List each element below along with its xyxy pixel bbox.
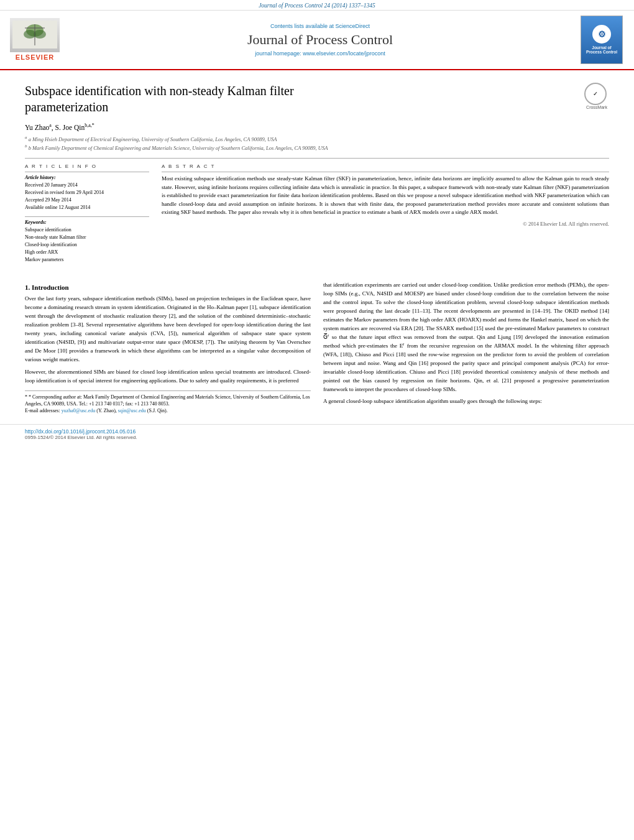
article-history-label: Article history: <box>25 175 149 180</box>
author1-sup: a <box>49 122 52 128</box>
title-line1: Subspace identification with non-steady … <box>25 84 294 98</box>
footnote-star-text: * * Corresponding author at: Mark Family… <box>25 394 311 407</box>
article-info-col: A R T I C L E I N F O Article history: R… <box>25 164 149 264</box>
intro-right-para2: A general closed-loop subspace identific… <box>323 397 609 406</box>
abstract-col: A B S T R A C T Most existing subspace i… <box>162 164 609 264</box>
revised-date: Received in revised form 29 April 2014 <box>25 189 149 196</box>
article-info-block: Article history: Received 20 January 201… <box>25 172 149 211</box>
email2-link[interactable]: sqin@usc.edu <box>118 408 146 413</box>
affil-a: a a Ming Hsieh Department of Electrical … <box>25 135 609 144</box>
article-title-text: Subspace identification with non-steady … <box>25 83 577 118</box>
abstract-block: Most existing subspace identification me… <box>162 172 609 227</box>
body-col-left: 1. Introduction Over the last forty year… <box>25 281 311 414</box>
svg-point-3 <box>34 30 46 39</box>
keyword-1: Subspace identification <box>25 226 149 234</box>
keyword-3: Closed-loop identification <box>25 241 149 249</box>
homepage-prefix: journal homepage: <box>255 50 303 57</box>
page: Journal of Process Control 24 (2014) 133… <box>0 0 634 840</box>
article-title-section: Subspace identification with non-steady … <box>25 83 609 118</box>
journal-cover-thumbnail: ⚙ Journal ofProcess Control <box>581 16 624 64</box>
section1-heading: 1. Introduction <box>25 284 311 291</box>
footnote-star-content: * Corresponding author at: Mark Family D… <box>25 394 310 407</box>
title-line2: parameterization <box>25 100 108 114</box>
crossmark-icon: ✓ <box>584 83 607 105</box>
footnote-email-line: E-mail addresses: yuzha0@usc.edu (Y. Zha… <box>25 407 311 414</box>
email-label: E-mail addresses: <box>25 408 62 413</box>
elsevier-logo: ELSEVIER <box>10 18 60 62</box>
homepage-link[interactable]: www.elsevier.com/locate/jprocont <box>303 50 385 57</box>
copyright-line: © 2014 Elsevier Ltd. All rights reserved… <box>162 221 609 227</box>
affil-b: b b Mark Family Department of Chemical E… <box>25 144 609 152</box>
crossmark-label: CrossMark <box>584 105 609 109</box>
affil-b-label: b <box>25 144 27 149</box>
authors-line: Yu Zhaoa, S. Joe Qinb,a,* <box>25 122 609 131</box>
email1-link[interactable]: yuzha0@usc.edu <box>62 408 96 413</box>
journal-logo-box: ⚙ Journal ofProcess Control <box>581 16 623 64</box>
section-divider-1 <box>25 158 609 159</box>
contents-available: Contents lists available at ScienceDirec… <box>70 23 571 29</box>
intro-para2: However, the aforementioned SIMs are bia… <box>25 368 311 385</box>
affiliations: a a Ming Hsieh Department of Electrical … <box>25 135 609 152</box>
sciencedirect-link[interactable]: ScienceDirect <box>336 23 370 29</box>
keywords-label: Keywords: <box>25 219 149 225</box>
abstract-heading: A B S T R A C T <box>162 164 609 169</box>
affil-a-text: a Ming Hsieh Department of Electrical En… <box>29 136 277 142</box>
doi-link[interactable]: http://dx.doi.org/10.1016/j.jprocont.201… <box>25 428 609 435</box>
keywords-block: Keywords: Subspace identification Non-st… <box>25 216 149 264</box>
intro-right-para1: that identification experiments are carr… <box>323 281 609 394</box>
footnote-area: * * Corresponding author at: Mark Family… <box>25 390 311 415</box>
article-content: Subspace identification with non-steady … <box>0 70 634 281</box>
email1-name: (Y. Zhao), <box>95 408 118 413</box>
doi-footer: http://dx.doi.org/10.1016/j.jprocont.201… <box>0 424 634 444</box>
body-section: 1. Introduction Over the last forty year… <box>0 281 634 424</box>
email2-name: (S.J. Qin). <box>146 408 168 413</box>
author2-name: S. Joe Qin <box>55 124 85 131</box>
keyword-5: Markov parameters <box>25 256 149 264</box>
article-main-title: Subspace identification with non-steady … <box>25 83 577 115</box>
author2-sup: b,a, <box>85 122 92 128</box>
contents-prefix: Contents lists available at <box>270 23 336 29</box>
received-date: Received 20 January 2014 <box>25 182 149 189</box>
crossmark-badge: ✓ CrossMark <box>584 83 609 108</box>
journal-cover-icon: ⚙ <box>592 25 611 44</box>
journal-homepage: journal homepage: www.elsevier.com/locat… <box>70 50 571 57</box>
two-col-section: A R T I C L E I N F O Article history: R… <box>25 164 609 264</box>
keyword-4: High order ARX <box>25 249 149 256</box>
article-info-heading: A R T I C L E I N F O <box>25 164 149 169</box>
journal-citation: Journal of Process Control 24 (2014) 133… <box>259 2 375 9</box>
author1-name: Yu Zhao <box>25 124 49 131</box>
elsevier-wordmark: ELSEVIER <box>10 52 60 62</box>
keyword-2: Non-steady state Kalman filter <box>25 234 149 241</box>
affil-b-text: b Mark Family Department of Chemical Eng… <box>29 144 328 150</box>
journal-main-title: Journal of Process Control <box>70 32 571 48</box>
journal-header: ELSEVIER Contents lists available at Sci… <box>0 11 634 70</box>
journal-cover-title: Journal ofProcess Control <box>586 45 617 54</box>
journal-title-center: Contents lists available at ScienceDirec… <box>70 23 571 57</box>
online-date: Available online 12 August 2014 <box>25 204 149 211</box>
affil-a-label: a <box>25 135 27 140</box>
abstract-text: Most existing subspace identification me… <box>162 175 609 217</box>
intro-para1: Over the last forty years, subspace iden… <box>25 295 311 364</box>
elsevier-logo-image <box>10 18 60 52</box>
top-banner: Journal of Process Control 24 (2014) 133… <box>0 0 634 11</box>
body-col-right: that identification experiments are carr… <box>323 281 609 414</box>
issn-text: 0959-1524/© 2014 Elsevier Ltd. All right… <box>25 435 609 440</box>
author2-asterisk: * <box>92 122 94 128</box>
accepted-date: Accepted 29 May 2014 <box>25 196 149 204</box>
